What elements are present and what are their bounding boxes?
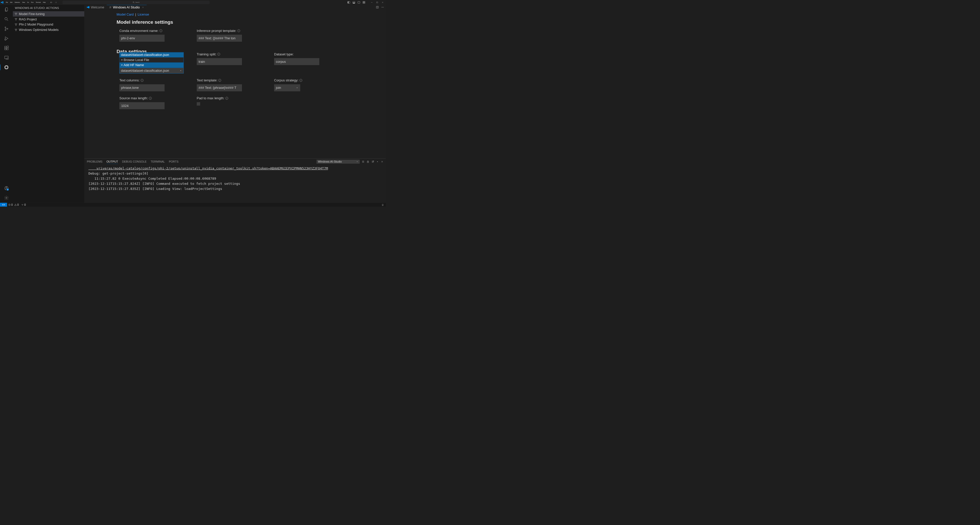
model-card-link[interactable]: Model Card xyxy=(117,13,134,17)
svg-point-35 xyxy=(16,29,17,29)
corpus-strategy-select[interactable]: join xyxy=(274,84,300,91)
chevron-up-icon[interactable] xyxy=(376,160,379,163)
output-channel-select[interactable]: Windows-AI-Studio xyxy=(317,159,360,164)
text-template-input[interactable] xyxy=(197,84,242,91)
output-line: Debug: get-project-settings[0] xyxy=(88,172,148,175)
status-problems[interactable]: 0 0 xyxy=(7,203,20,207)
svg-rect-18 xyxy=(7,46,8,48)
tab-close-icon[interactable] xyxy=(142,6,144,8)
sidebar-item-model-fine-tuning[interactable]: Model Fine-tuning xyxy=(13,11,84,17)
sidebar-item-phi2-playground[interactable]: Phi-2 Model Playground xyxy=(13,22,84,27)
menu-view[interactable]: View xyxy=(21,1,26,3)
menu-file[interactable]: File xyxy=(5,1,9,3)
text-columns-input[interactable] xyxy=(119,84,165,91)
status-ports[interactable]: 0 xyxy=(20,203,27,207)
menu-bar: File Edit Selection View Go Run Terminal… xyxy=(5,1,47,3)
extensions-icon[interactable] xyxy=(3,45,9,51)
svg-rect-7 xyxy=(363,3,364,3)
menu-run[interactable]: Run xyxy=(30,1,35,3)
info-icon[interactable]: i xyxy=(159,29,162,32)
run-debug-icon[interactable] xyxy=(3,35,9,41)
menu-edit[interactable]: Edit xyxy=(9,1,14,3)
window-minimize-icon[interactable] xyxy=(371,1,373,3)
window-maximize-icon[interactable] xyxy=(376,1,378,3)
dataset-type-input[interactable] xyxy=(274,58,319,65)
explorer-icon[interactable] xyxy=(3,6,9,12)
panel-close-icon[interactable] xyxy=(381,160,383,163)
sidebar-item-rag-project[interactable]: RAG Project xyxy=(13,17,84,22)
nav-forward-icon[interactable] xyxy=(54,1,57,4)
more-actions-icon[interactable] xyxy=(381,6,384,9)
status-notifications[interactable] xyxy=(380,204,386,206)
layout-sidebar-right-icon[interactable] xyxy=(358,1,360,4)
output-log[interactable]: vriveras/model-catalog/configs/phi-2/set… xyxy=(84,165,386,203)
menu-selection[interactable]: Selection xyxy=(14,1,21,3)
tab-welcome[interactable]: Welcome xyxy=(84,5,107,10)
panel-tab-ports[interactable]: PORTS xyxy=(169,159,179,164)
pad-max-length-checkbox[interactable] xyxy=(197,102,200,105)
accounts-icon[interactable]: 1 xyxy=(3,185,9,191)
svg-rect-41 xyxy=(367,162,369,162)
split-editor-icon[interactable] xyxy=(376,6,379,9)
dataset-option-file[interactable]: dataset/dataset-classification.json xyxy=(120,52,183,58)
windows-ai-studio-icon[interactable] xyxy=(3,65,9,70)
source-max-length-input[interactable] xyxy=(119,102,165,109)
window-close-icon[interactable] xyxy=(381,1,383,3)
sidebar-item-label: Windows Optimized Models xyxy=(19,28,59,32)
info-icon[interactable]: i xyxy=(218,79,221,82)
dataset-select[interactable]: dataset/dataset-classification.json xyxy=(119,68,184,73)
svg-point-33 xyxy=(16,25,16,25)
info-icon[interactable]: i xyxy=(141,79,143,82)
command-center-search[interactable]: Search xyxy=(63,1,210,4)
filter-list-icon[interactable] xyxy=(362,160,364,163)
corpus-strategy-label: Corpus strategy: xyxy=(274,78,298,82)
search-icon[interactable] xyxy=(3,16,9,22)
radio-tower-icon xyxy=(21,204,24,206)
inference-prompt-input[interactable] xyxy=(197,35,242,42)
settings-gear-icon[interactable] xyxy=(3,195,9,200)
sidebar-item-windows-optimized[interactable]: Windows Optimized Models xyxy=(13,27,84,33)
menu-terminal[interactable]: Terminal xyxy=(35,1,41,3)
info-icon[interactable]: i xyxy=(225,97,228,100)
svg-point-10 xyxy=(5,18,7,20)
conda-env-input[interactable] xyxy=(119,35,165,42)
status-bar: 0 0 0 xyxy=(0,203,386,207)
lock-scroll-icon[interactable] xyxy=(366,160,369,163)
remote-indicator[interactable] xyxy=(0,203,7,207)
layout-sidebar-left-icon[interactable] xyxy=(347,1,350,4)
inference-prompt-label: Inference prompt template: xyxy=(197,29,236,33)
svg-point-29 xyxy=(16,18,17,19)
panel-tab-output[interactable]: OUTPUT xyxy=(107,159,118,164)
dataset-option-hf[interactable]: + Add HF Name xyxy=(120,62,183,68)
conda-env-field: Conda environment name:i xyxy=(119,29,197,41)
nav-back-icon[interactable] xyxy=(50,1,52,4)
customize-layout-icon[interactable] xyxy=(363,1,365,4)
output-line: [2023-12-11T15:15:27.824Z] [INFO] Comman… xyxy=(88,182,240,186)
editor-content: Model Card | License Model inference set… xyxy=(84,10,386,159)
panel-tab-terminal[interactable]: TERMINAL xyxy=(151,159,165,164)
svg-point-30 xyxy=(16,20,16,20)
license-link[interactable]: License xyxy=(138,13,149,17)
training-split-input[interactable] xyxy=(197,58,242,65)
svg-point-27 xyxy=(16,14,16,15)
sidebar-title: WINDOWS AI STUDIO: ACTIONS xyxy=(13,5,84,11)
remote-explorer-icon[interactable] xyxy=(3,55,9,60)
chevron-down-icon xyxy=(356,161,358,163)
layout-panel-icon[interactable] xyxy=(352,1,355,4)
menu-help[interactable]: Help xyxy=(42,1,46,3)
svg-point-31 xyxy=(15,24,16,24)
corpus-strategy-value: join xyxy=(276,86,281,90)
panel-tab-debug[interactable]: DEBUG CONSOLE xyxy=(122,159,146,164)
output-line: vriveras/model-catalog/configs/phi-2/set… xyxy=(88,166,328,170)
info-icon[interactable]: i xyxy=(149,97,152,100)
info-icon[interactable]: i xyxy=(237,29,240,32)
clear-output-icon[interactable] xyxy=(371,160,374,163)
tab-windows-ai-studio[interactable]: Windows AI Studio xyxy=(107,5,147,10)
svg-rect-1 xyxy=(348,2,348,3)
menu-go[interactable]: Go xyxy=(26,1,30,3)
source-control-icon[interactable] xyxy=(3,26,9,32)
panel-tab-problems[interactable]: PROBLEMS xyxy=(87,159,102,164)
dataset-option-browse[interactable]: + Browse Local File xyxy=(120,57,183,62)
svg-point-32 xyxy=(16,24,17,24)
info-icon[interactable]: i xyxy=(299,79,302,82)
